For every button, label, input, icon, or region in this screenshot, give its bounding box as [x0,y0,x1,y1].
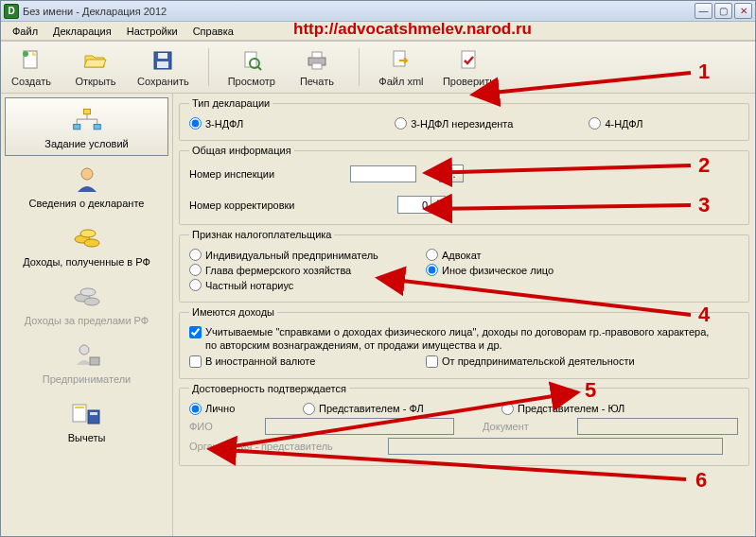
open-button[interactable]: Открыть [73,48,118,87]
doc-label: Документ [483,421,558,432]
taxpayer-legend: Признак налогоплательщика [189,229,334,240]
sidebar-item-label: Вычеты [68,432,106,443]
income-spravki[interactable]: Учитываемые "справками о доходах физичес… [189,326,721,353]
menu-settings[interactable]: Настройки [121,24,184,39]
correction-spinner[interactable]: ▲ ▼ [397,196,446,214]
svg-point-19 [84,239,99,247]
calculator-doc-icon [71,400,103,428]
app-icon: D [4,4,19,19]
sidebar-item-income-foreign[interactable]: Доходы за пределами РФ [5,275,168,332]
coins-gray-icon [71,283,103,311]
check-page-icon [456,48,481,73]
create-label: Создать [11,76,51,87]
inspection-browse-button[interactable]: ... [439,165,464,182]
toolbar: Создать Открыть Сохранить Просмотр Печа [1,41,755,94]
income-legend: Имеются доходы [189,306,277,318]
decl-type-legend: Тип декларации [189,97,273,109]
sidebar-item-label: Предприниматели [43,373,131,385]
open-label: Открыть [75,76,115,87]
svg-rect-10 [312,52,322,58]
check-button[interactable]: Проверить [443,48,495,87]
main-panel: Тип декларации 3-НДФЛ 3-НДФЛ нерезидента… [173,94,755,536]
inspection-input[interactable] [350,165,416,182]
svg-rect-5 [157,61,168,68]
svg-point-17 [81,168,93,180]
print-label: Печать [300,76,334,87]
decl-type-4ndfl[interactable]: 4-НДФЛ [589,117,642,130]
sidebar: Задание условий Сведения о декларанте До… [1,94,173,536]
trust-rep-fl[interactable]: Представителем - ФЛ [303,403,483,415]
menu-help[interactable]: Справка [187,24,239,39]
sidebar-item-label: Задание условий [44,138,128,149]
print-button[interactable]: Печать [294,48,340,87]
svg-rect-12 [394,51,405,66]
check-label: Проверить [443,76,495,87]
titlebar: D Без имени - Декларация 2012 — ▢ ✕ [1,1,755,22]
svg-point-22 [84,298,99,305]
folder-open-icon [83,48,108,73]
sidebar-item-income-rf[interactable]: Доходы, полученные в РФ [5,217,168,273]
spinner-up-button[interactable]: ▲ [431,197,445,205]
taxpayer-group: Признак налогоплательщика Индивидуальный… [179,229,749,303]
filexml-label: Файл xml [378,76,423,87]
printer-icon [305,48,329,73]
fio-input [265,418,454,435]
svg-rect-25 [90,357,99,365]
trust-legend: Достоверность подтверждается [189,383,349,394]
income-foreign-currency[interactable]: В иностранной валюте [189,355,407,368]
fio-label: ФИО [189,421,246,432]
income-business[interactable]: От предпринимательской деятельности [426,355,635,368]
sidebar-item-label: Сведения о декларанте [29,198,145,209]
tree-nodes-icon [71,106,103,134]
export-file-icon [389,48,413,73]
app-window: D Без имени - Декларация 2012 — ▢ ✕ Файл… [0,0,756,537]
sidebar-item-label: Доходы, полученные в РФ [23,256,150,268]
minimize-button[interactable]: — [694,3,712,19]
menu-declaration[interactable]: Декларация [47,24,117,39]
svg-rect-27 [75,407,84,408]
maximize-button[interactable]: ▢ [714,3,732,19]
decl-type-group: Тип декларации 3-НДФЛ 3-НДФЛ нерезидента… [179,97,749,141]
person-icon [71,165,103,194]
taxpayer-other[interactable]: Иное физическое лицо [426,264,554,276]
create-button[interactable]: Создать [9,48,54,87]
correction-input[interactable] [398,197,431,213]
trust-self[interactable]: Лично [189,403,284,415]
preview-button[interactable]: Просмотр [228,48,275,87]
new-file-icon [19,48,44,73]
sidebar-item-declarant[interactable]: Сведения о декларанте [5,158,168,215]
general-info-group: Общая информация Номер инспекции ... Ном… [179,145,749,225]
inspection-label: Номер инспекции [189,168,331,180]
sidebar-item-entrepreneurs[interactable]: Предприниматели [5,334,168,390]
filexml-button[interactable]: Файл xml [378,48,424,87]
window-title: Без имени - Декларация 2012 [23,6,693,17]
org-label: Организация - представитель [189,441,369,452]
svg-rect-14 [83,109,90,113]
svg-rect-13 [462,51,475,68]
svg-line-8 [257,66,261,70]
svg-point-2 [23,51,28,57]
taxpayer-ip[interactable]: Индивидуальный предприниматель [189,249,407,261]
preview-label: Просмотр [228,76,275,87]
svg-rect-11 [312,63,322,69]
spinner-down-button[interactable]: ▼ [431,205,445,214]
correction-label: Номер корректировки [189,199,331,211]
menu-file[interactable]: Файл [7,24,44,39]
sidebar-item-label: Доходы за пределами РФ [25,315,149,326]
taxpayer-notary[interactable]: Частный нотариус [189,279,293,291]
save-button[interactable]: Сохранить [137,48,189,87]
decl-type-3ndfl-nonres[interactable]: 3-НДФЛ нерезидента [395,117,513,130]
taxpayer-farmer[interactable]: Глава фермерского хозяйства [189,264,407,276]
taxpayer-advocate[interactable]: Адвокат [426,249,482,261]
doc-input [577,418,738,435]
body-split: Задание условий Сведения о декларанте До… [1,94,755,536]
general-info-legend: Общая информация [189,145,294,156]
sidebar-item-conditions[interactable]: Задание условий [5,97,168,156]
menubar: Файл Декларация Настройки Справка [1,22,755,41]
svg-rect-4 [158,53,167,59]
svg-rect-29 [90,412,97,415]
close-button[interactable]: ✕ [734,3,752,19]
trust-rep-ul[interactable]: Представителем - ЮЛ [501,403,624,415]
sidebar-item-deductions[interactable]: Вычеты [5,392,168,449]
decl-type-3ndfl[interactable]: 3-НДФЛ [189,117,243,130]
